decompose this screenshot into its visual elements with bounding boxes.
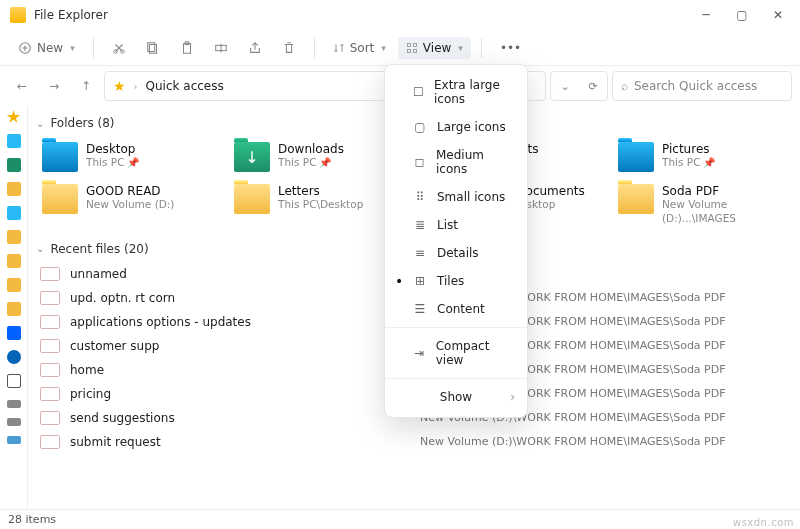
status-bar: 28 items bbox=[0, 509, 800, 529]
folder-meta: This PC\Desktop bbox=[278, 198, 363, 212]
folder-item[interactable]: DesktopThis PC📌 bbox=[40, 138, 224, 176]
new-button[interactable]: New bbox=[10, 37, 83, 59]
drive-icon[interactable] bbox=[7, 436, 21, 444]
svg-rect-11 bbox=[413, 49, 416, 52]
folder-icon[interactable] bbox=[7, 254, 21, 268]
view-option-icon: ⊞ bbox=[413, 274, 427, 288]
folder-name: Downloads bbox=[278, 142, 344, 156]
view-menu-item[interactable]: ≡Details bbox=[385, 239, 527, 267]
breadcrumb-label: Quick access bbox=[146, 79, 224, 93]
file-icon bbox=[40, 339, 60, 353]
downloads-icon[interactable] bbox=[7, 158, 21, 172]
desktop-icon[interactable] bbox=[7, 134, 21, 148]
svg-rect-8 bbox=[407, 43, 410, 46]
file-icon bbox=[40, 363, 60, 377]
folder-meta: This PC📌 bbox=[278, 156, 344, 170]
onedrive-icon[interactable] bbox=[7, 350, 21, 364]
folder-name: Desktop bbox=[86, 142, 139, 156]
folder-item[interactable]: GOOD READNew Volume (D:) bbox=[40, 180, 224, 230]
view-menu-item[interactable]: ⊞Tiles bbox=[385, 267, 527, 295]
view-option-label: Small icons bbox=[437, 190, 505, 204]
view-option-label: Extra large icons bbox=[434, 78, 513, 106]
folder-name: Pictures bbox=[662, 142, 715, 156]
folder-icon[interactable] bbox=[7, 302, 21, 316]
pin-icon: 📌 bbox=[319, 157, 331, 168]
view-menu-item[interactable]: ◻Medium icons bbox=[385, 141, 527, 183]
chevron-down-icon: ⌄ bbox=[36, 243, 44, 254]
file-icon bbox=[40, 267, 60, 281]
rename-button[interactable] bbox=[206, 37, 236, 59]
file-name: customer supp bbox=[70, 339, 410, 353]
forward-button[interactable]: → bbox=[40, 72, 68, 100]
minimize-button[interactable]: ─ bbox=[700, 8, 712, 22]
folder-meta: This PC📌 bbox=[662, 156, 715, 170]
view-button[interactable]: View bbox=[398, 37, 471, 59]
file-name: send suggestions bbox=[70, 411, 410, 425]
cut-button[interactable] bbox=[104, 37, 134, 59]
paste-button[interactable] bbox=[172, 37, 202, 59]
view-menu-item[interactable]: ☐Extra large icons bbox=[385, 71, 527, 113]
folder-name: Letters bbox=[278, 184, 363, 198]
compact-view-item[interactable]: ⇥Compact view bbox=[385, 332, 527, 374]
delete-button[interactable] bbox=[274, 37, 304, 59]
star-icon[interactable] bbox=[7, 110, 21, 124]
view-menu-item[interactable]: ⠿Small icons bbox=[385, 183, 527, 211]
view-option-icon: ◻ bbox=[413, 155, 426, 169]
svg-rect-10 bbox=[407, 49, 410, 52]
drive-icon[interactable] bbox=[7, 418, 21, 426]
file-icon bbox=[40, 411, 60, 425]
file-icon bbox=[40, 315, 60, 329]
back-button[interactable]: ← bbox=[8, 72, 36, 100]
view-option-icon: ⠿ bbox=[413, 190, 427, 204]
folder-icon bbox=[618, 142, 654, 172]
view-option-icon: ☰ bbox=[413, 302, 427, 316]
this-pc-icon[interactable] bbox=[7, 374, 21, 388]
pin-icon: 📌 bbox=[703, 157, 715, 168]
maximize-button[interactable]: ▢ bbox=[736, 8, 748, 22]
file-name: home bbox=[70, 363, 410, 377]
pictures-icon[interactable] bbox=[7, 206, 21, 220]
watermark: wsxdn.com bbox=[733, 517, 794, 528]
share-button[interactable] bbox=[240, 37, 270, 59]
view-option-icon: ≣ bbox=[413, 218, 427, 232]
compact-icon: ⇥ bbox=[413, 346, 426, 360]
search-input[interactable]: ⌕ Search Quick access bbox=[612, 71, 792, 101]
star-icon: ★ bbox=[113, 78, 126, 94]
folder-icon bbox=[42, 142, 78, 172]
view-menu-item[interactable]: ☰Content bbox=[385, 295, 527, 323]
toolbar: New Sort View ••• bbox=[0, 30, 800, 66]
folder-name: Soda PDF bbox=[662, 184, 798, 198]
more-button[interactable]: ••• bbox=[492, 37, 529, 59]
folder-item[interactable]: PicturesThis PC📌 bbox=[616, 138, 800, 176]
view-option-label: List bbox=[437, 218, 458, 232]
chevron-right-icon: › bbox=[134, 81, 138, 92]
sort-button[interactable]: Sort bbox=[325, 37, 394, 59]
copy-button[interactable] bbox=[138, 37, 168, 59]
refresh-button[interactable]: ⟳ bbox=[579, 80, 607, 93]
folder-icon bbox=[234, 184, 270, 214]
folder-item[interactable]: Soda PDFNew Volume (D:)...\IMAGES bbox=[616, 180, 800, 230]
up-button[interactable]: ↑ bbox=[72, 72, 100, 100]
documents-icon[interactable] bbox=[7, 182, 21, 196]
view-option-label: Details bbox=[437, 246, 479, 260]
file-icon bbox=[40, 435, 60, 449]
dropbox-icon[interactable] bbox=[7, 326, 21, 340]
drive-icon[interactable] bbox=[7, 400, 21, 408]
view-menu-item[interactable]: ▢Large icons bbox=[385, 113, 527, 141]
view-option-icon: ☐ bbox=[413, 85, 424, 99]
dropdown-button[interactable]: ⌄ bbox=[551, 80, 579, 93]
file-name: unnamed bbox=[70, 267, 410, 281]
folder-name: GOOD READ bbox=[86, 184, 174, 198]
folder-icon[interactable] bbox=[7, 278, 21, 292]
file-name: submit request bbox=[70, 435, 410, 449]
app-icon bbox=[10, 7, 26, 23]
close-button[interactable]: ✕ bbox=[772, 8, 784, 22]
folder-icon[interactable] bbox=[7, 230, 21, 244]
view-option-icon: ≡ bbox=[413, 246, 427, 260]
svg-rect-5 bbox=[183, 43, 190, 53]
show-submenu[interactable]: Show bbox=[385, 383, 527, 411]
recent-file-row[interactable]: submit requestNew Volume (D:)\WORK FROM … bbox=[40, 430, 800, 454]
folder-meta: This PC📌 bbox=[86, 156, 139, 170]
view-option-label: Medium icons bbox=[436, 148, 513, 176]
view-menu-item[interactable]: ≣List bbox=[385, 211, 527, 239]
